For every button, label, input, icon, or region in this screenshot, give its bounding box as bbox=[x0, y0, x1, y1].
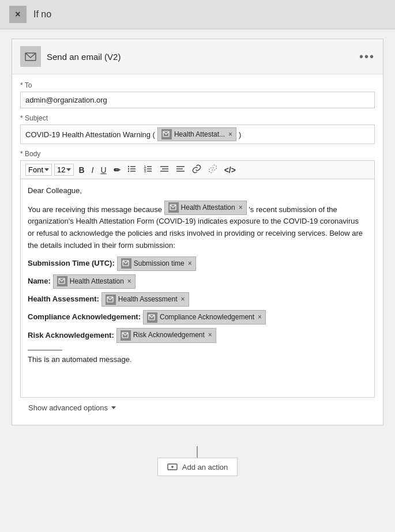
name-label: Name: bbox=[28, 276, 51, 288]
health-assessment-token-close[interactable]: × bbox=[181, 294, 185, 305]
underline-button[interactable]: U bbox=[99, 164, 109, 176]
add-action-button[interactable]: Add an action bbox=[157, 458, 238, 476]
add-action-area: Add an action bbox=[157, 446, 238, 476]
to-field-label: * To bbox=[20, 81, 32, 89]
numbered-button[interactable]: 1.2.3. bbox=[141, 163, 155, 176]
risk-label: Risk Acknowledgement: bbox=[28, 330, 114, 342]
card-header-left: Send an email (V2) bbox=[20, 46, 121, 67]
highlight-button[interactable]: ✏ bbox=[111, 164, 123, 176]
size-select[interactable]: 12 bbox=[54, 164, 74, 176]
add-action-label: Add an action bbox=[182, 463, 228, 471]
submission-time-token-close[interactable]: × bbox=[188, 258, 192, 269]
font-chevron-icon bbox=[44, 168, 49, 171]
risk-token[interactable]: Risk Acknowledgement × bbox=[116, 328, 216, 342]
name-row: Name: Health Attestation × bbox=[28, 274, 367, 289]
card-body: * To * Subject COVID-19 Health Attestati… bbox=[12, 74, 383, 425]
add-action-line bbox=[197, 446, 198, 458]
submission-time-token[interactable]: Submission time × bbox=[117, 256, 196, 271]
main-card: Send an email (V2) ••• * To * Subject CO… bbox=[12, 39, 383, 425]
size-chevron-icon bbox=[66, 168, 71, 171]
subject-token-icon bbox=[161, 129, 172, 139]
link-button[interactable] bbox=[190, 163, 204, 176]
card-header: Send an email (V2) ••• bbox=[12, 39, 383, 74]
name-token[interactable]: Health Attestation × bbox=[53, 274, 136, 289]
body-greeting: Dear Colleague, bbox=[28, 185, 367, 197]
font-select[interactable]: Font bbox=[25, 164, 52, 176]
compliance-row: Compliance Acknowledgement: Compliance A… bbox=[28, 310, 367, 325]
body-field-label: * Body bbox=[20, 150, 40, 158]
add-action-icon bbox=[167, 462, 178, 472]
compliance-token-close[interactable]: × bbox=[258, 312, 262, 323]
show-advanced-label: Show advanced options bbox=[28, 403, 108, 412]
page-title: If no bbox=[33, 9, 51, 20]
card-menu-button[interactable]: ••• bbox=[359, 50, 375, 63]
submission-time-token-label: Submission time bbox=[134, 258, 185, 269]
body-editor[interactable]: Dear Colleague, You are receiving this m… bbox=[20, 179, 375, 398]
name-token-icon bbox=[57, 276, 67, 286]
show-advanced-chevron-icon bbox=[111, 406, 116, 409]
risk-token-close[interactable]: × bbox=[208, 330, 212, 341]
subject-token-label: Health Attestat... bbox=[174, 130, 225, 138]
submission-time-label: Submission Time (UTC): bbox=[28, 258, 115, 270]
bold-button[interactable]: B bbox=[76, 164, 86, 176]
svg-text:3.: 3. bbox=[144, 169, 147, 173]
email-icon bbox=[20, 46, 41, 67]
to-label: * To bbox=[20, 81, 375, 89]
show-advanced-options[interactable]: Show advanced options bbox=[20, 398, 375, 418]
greeting-text: Dear Colleague, bbox=[28, 186, 82, 195]
health-assessment-token[interactable]: Health Assessment × bbox=[101, 292, 189, 307]
font-label: Font bbox=[28, 165, 43, 174]
submission-time-row: Submission Time (UTC): Submission time × bbox=[28, 256, 367, 271]
health-attestation-token-label: Health Attestation bbox=[181, 202, 235, 213]
card-title: Send an email (V2) bbox=[47, 52, 121, 62]
subject-label: * Subject bbox=[20, 114, 375, 122]
subject-token[interactable]: Health Attestat... × bbox=[157, 127, 236, 141]
health-assessment-label: Health Assessment: bbox=[28, 293, 99, 305]
compliance-label: Compliance Acknowledgement: bbox=[28, 311, 141, 323]
code-button[interactable]: </> bbox=[222, 164, 238, 176]
svg-point-4 bbox=[127, 168, 129, 169]
close-button[interactable]: × bbox=[9, 6, 27, 23]
risk-token-icon bbox=[121, 330, 131, 341]
body-divider bbox=[28, 350, 62, 350]
subject-prefix-text: COVID-19 Health Attestation Warning ( bbox=[25, 130, 155, 139]
subject-suffix-text: ) bbox=[239, 130, 241, 139]
body-para-before: You are receiving this message because bbox=[28, 205, 162, 213]
health-attestation-token[interactable]: Health Attestation × bbox=[164, 201, 247, 215]
body-footer: This is an automated message. bbox=[28, 354, 367, 366]
health-assessment-token-icon bbox=[106, 295, 116, 305]
title-bar: × If no bbox=[0, 0, 395, 29]
subject-field[interactable]: COVID-19 Health Attestation Warning ( He… bbox=[20, 124, 375, 144]
body-toolbar: Font 12 B I U ✏ 1.2.3. bbox=[20, 160, 375, 179]
body-para: You are receiving this message because H… bbox=[28, 201, 367, 252]
compliance-token-label: Compliance Acknowledgement bbox=[160, 312, 254, 323]
svg-point-6 bbox=[127, 171, 129, 172]
indent-button[interactable] bbox=[157, 163, 171, 176]
health-attestation-token-close[interactable]: × bbox=[239, 202, 243, 213]
compliance-token-icon bbox=[147, 312, 157, 323]
footer-text: This is an automated message. bbox=[28, 355, 132, 364]
health-attestation-token-icon bbox=[168, 202, 179, 213]
body-label: * Body bbox=[20, 150, 375, 158]
unlink-button[interactable] bbox=[206, 163, 220, 176]
subject-token-close[interactable]: × bbox=[228, 130, 232, 138]
outdent-button[interactable] bbox=[174, 163, 187, 176]
to-input[interactable] bbox=[20, 92, 375, 108]
italic-button[interactable]: I bbox=[89, 164, 96, 176]
risk-token-label: Risk Acknowledgement bbox=[133, 330, 205, 341]
size-label: 12 bbox=[57, 165, 65, 174]
name-token-label: Health Attestation bbox=[70, 276, 124, 287]
submission-time-token-icon bbox=[121, 258, 131, 269]
compliance-token[interactable]: Compliance Acknowledgement × bbox=[143, 310, 266, 325]
outer-container: × If no Send an email (V2) ••• * To bbox=[0, 0, 395, 532]
subject-field-label: * Subject bbox=[20, 114, 48, 122]
risk-row: Risk Acknowledgement: Risk Acknowledgeme… bbox=[28, 328, 367, 342]
close-icon: × bbox=[15, 9, 20, 20]
bullets-button[interactable] bbox=[125, 163, 139, 176]
name-token-close[interactable]: × bbox=[127, 276, 131, 287]
health-assessment-token-label: Health Assessment bbox=[118, 294, 178, 305]
svg-point-2 bbox=[127, 166, 129, 167]
health-assessment-row: Health Assessment: Health Assessment × bbox=[28, 292, 367, 307]
